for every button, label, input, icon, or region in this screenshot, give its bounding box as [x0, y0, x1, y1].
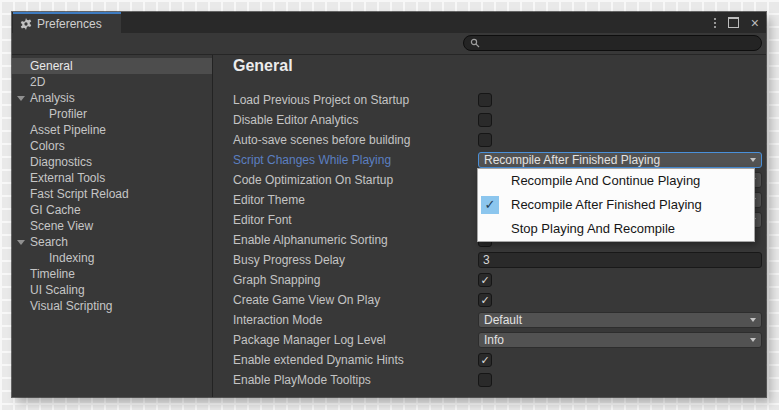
setting-label: Package Manager Log Level: [233, 333, 386, 347]
sidebar-item-search[interactable]: Search: [12, 234, 212, 250]
dropdown[interactable]: Recompile After Finished Playing: [478, 152, 762, 168]
dropdown-value: Info: [484, 333, 504, 347]
sidebar-item-label: Asset Pipeline: [30, 123, 106, 137]
setting-label: Load Previous Project on Startup: [233, 93, 409, 107]
settings-row: Create Game View On Play✓: [214, 291, 766, 309]
popup-menu-item[interactable]: Stop Playing And Recompile: [478, 217, 754, 241]
popup-item-label: Recompile And Continue Playing: [511, 173, 700, 188]
checkbox[interactable]: ✓: [478, 373, 492, 387]
page-title: General: [233, 57, 293, 75]
gear-icon: [20, 18, 32, 30]
sidebar-item-profiler[interactable]: Profiler: [12, 106, 212, 122]
setting-label: Script Changes While Playing: [233, 153, 391, 167]
foldout-triangle-icon[interactable]: [17, 96, 25, 101]
popup-item-label: Stop Playing And Recompile: [511, 221, 675, 236]
sidebar-item-label: UI Scaling: [30, 283, 85, 297]
selected-check-icon: ✓: [481, 196, 499, 214]
content-area: General2DAnalysisProfilerAsset PipelineC…: [12, 55, 766, 397]
dropdown[interactable]: Default: [478, 312, 762, 328]
sidebar-item-scene-view[interactable]: Scene View: [12, 218, 212, 234]
chevron-down-icon: [750, 338, 756, 342]
dropdown[interactable]: Info: [478, 332, 762, 348]
tab-preferences[interactable]: Preferences: [13, 12, 121, 33]
menu-kebab-icon[interactable]: [714, 18, 716, 28]
setting-label: Enable PlayMode Tooltips: [233, 373, 371, 387]
tab-title: Preferences: [37, 17, 102, 31]
settings-row: Busy Progress Delay: [214, 251, 766, 269]
checkbox[interactable]: ✓: [478, 113, 492, 127]
checkbox[interactable]: ✓: [478, 133, 492, 147]
sidebar-item-label: Search: [30, 235, 68, 249]
popup-menu-item[interactable]: Recompile And Continue Playing: [478, 169, 754, 193]
search-input[interactable]: [484, 37, 755, 49]
maximize-icon[interactable]: [728, 17, 739, 28]
sidebar-item-indexing[interactable]: Indexing: [12, 250, 212, 266]
text-input[interactable]: [478, 252, 762, 268]
sidebar-item-analysis[interactable]: Analysis: [12, 90, 212, 106]
setting-label: Enable Alphanumeric Sorting: [233, 233, 388, 247]
close-icon[interactable]: ×: [751, 16, 759, 30]
setting-label: Interaction Mode: [233, 313, 322, 327]
sidebar-item-label: Analysis: [30, 91, 75, 105]
sidebar-item-2d[interactable]: 2D: [12, 74, 212, 90]
checkbox[interactable]: ✓: [478, 93, 492, 107]
sidebar-item-asset-pipeline[interactable]: Asset Pipeline: [12, 122, 212, 138]
sidebar-item-gi-cache[interactable]: GI Cache: [12, 202, 212, 218]
sidebar-item-label: General: [30, 59, 73, 73]
sidebar-item-label: Indexing: [49, 251, 94, 265]
sidebar-item-label: Visual Scripting: [30, 299, 113, 313]
sidebar-item-label: GI Cache: [30, 203, 81, 217]
sidebar-item-label: Diagnostics: [30, 155, 92, 169]
popup-item-label: Recompile After Finished Playing: [511, 197, 702, 212]
search-icon: [470, 38, 480, 48]
sidebar-item-general[interactable]: General: [12, 58, 212, 74]
setting-label: Graph Snapping: [233, 273, 320, 287]
checkbox[interactable]: ✓: [478, 293, 492, 307]
sidebar-item-fast-script-reload[interactable]: Fast Script Reload: [12, 186, 212, 202]
check-icon: ✓: [479, 354, 491, 366]
check-icon: ✓: [479, 294, 491, 306]
main-panel: General Load Previous Project on Startup…: [214, 55, 766, 397]
settings-row: Auto-save scenes before building✓: [214, 131, 766, 149]
sidebar-item-label: Scene View: [30, 219, 93, 233]
setting-label: Disable Editor Analytics: [233, 113, 358, 127]
setting-label: Busy Progress Delay: [233, 253, 345, 267]
search-box[interactable]: [463, 35, 762, 51]
checkbox[interactable]: ✓: [478, 273, 492, 287]
sidebar-item-external-tools[interactable]: External Tools: [12, 170, 212, 186]
window-controls: ×: [714, 12, 759, 33]
check-icon: ✓: [479, 274, 491, 286]
settings-row: Load Previous Project on Startup✓: [214, 91, 766, 109]
settings-row: Disable Editor Analytics✓: [214, 111, 766, 129]
setting-label: Editor Font: [233, 213, 292, 227]
toolbar: [12, 33, 766, 55]
foldout-triangle-icon[interactable]: [17, 240, 25, 245]
chevron-down-icon: [750, 158, 756, 162]
sidebar-item-diagnostics[interactable]: Diagnostics: [12, 154, 212, 170]
sidebar-item-colors[interactable]: Colors: [12, 138, 212, 154]
dropdown-popup: Recompile And Continue Playing✓Recompile…: [477, 168, 755, 242]
settings-row: Package Manager Log LevelInfo: [214, 331, 766, 349]
sidebar-item-label: Profiler: [49, 107, 87, 121]
setting-label: Auto-save scenes before building: [233, 133, 410, 147]
sidebar-item-label: Colors: [30, 139, 65, 153]
checkbox[interactable]: ✓: [478, 353, 492, 367]
dropdown-value: Default: [484, 313, 522, 327]
popup-menu-item[interactable]: ✓Recompile After Finished Playing: [478, 193, 754, 217]
settings-row: Script Changes While PlayingRecompile Af…: [214, 151, 766, 169]
settings-row: Graph Snapping✓: [214, 271, 766, 289]
setting-label: Create Game View On Play: [233, 293, 380, 307]
settings-row: Interaction ModeDefault: [214, 311, 766, 329]
sidebar-item-label: Timeline: [30, 267, 75, 281]
sidebar-item-visual-scripting[interactable]: Visual Scripting: [12, 298, 212, 314]
sidebar-item-timeline[interactable]: Timeline: [12, 266, 212, 282]
preferences-window: Preferences × General2DAnalysisProfilerA…: [12, 12, 766, 397]
tab-bar: Preferences ×: [12, 12, 766, 33]
sidebar-item-label: 2D: [30, 75, 45, 89]
sidebar-item-label: External Tools: [30, 171, 105, 185]
dropdown-value: Recompile After Finished Playing: [484, 153, 660, 167]
sidebar-item-label: Fast Script Reload: [30, 187, 129, 201]
sidebar-item-ui-scaling[interactable]: UI Scaling: [12, 282, 212, 298]
sidebar: General2DAnalysisProfilerAsset PipelineC…: [12, 55, 213, 397]
settings-row: Enable PlayMode Tooltips✓: [214, 371, 766, 389]
